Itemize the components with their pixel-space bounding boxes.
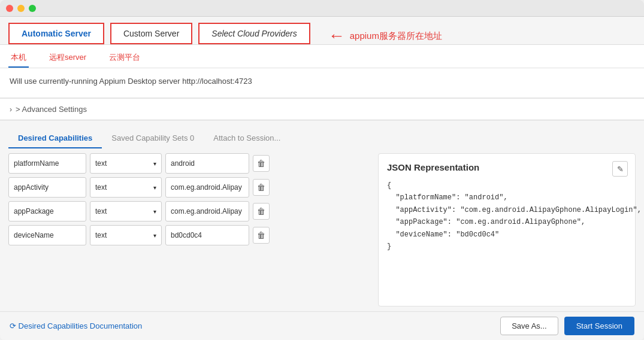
red-arrow-icon: ← <box>328 28 345 44</box>
custom-server-tab[interactable]: Custom Server <box>110 23 192 44</box>
delete-devicename-button[interactable]: 🗑 <box>253 227 270 244</box>
doc-link[interactable]: ⟳ Desired Capabilities Documentation <box>10 321 142 330</box>
json-content: { "platformName": "android", "appActivit… <box>387 180 627 253</box>
cap-key-platformname[interactable]: platformName <box>8 153 86 174</box>
bottom-buttons: Save As... Start Session <box>500 317 634 335</box>
maximize-button[interactable] <box>29 5 36 12</box>
advanced-settings-label: > Advanced Settings <box>16 105 87 114</box>
sub-tabs-container: 本机 远程server 云测平台 <box>0 45 644 68</box>
cap-key-appactivity[interactable]: appActivity <box>8 177 86 198</box>
bottom-bar: ⟳ Desired Capabilities Documentation Sav… <box>0 311 644 340</box>
app-window: Automatic Server Custom Server Select Cl… <box>0 0 644 340</box>
table-row: appPackage text ▾ com.eg.android.Alipay … <box>8 201 371 221</box>
cap-type-label: text <box>95 231 107 239</box>
chevron-right-icon: › <box>10 105 12 114</box>
cap-type-label: text <box>95 183 107 192</box>
server-tabs-container: Automatic Server Custom Server Select Cl… <box>0 17 644 45</box>
cap-type-devicename[interactable]: text ▾ <box>90 225 162 245</box>
json-representation-panel: JSON Representation ✎ { "platformName": … <box>378 153 636 306</box>
chevron-down-icon: ▾ <box>153 184 156 191</box>
advanced-settings-row[interactable]: › > Advanced Settings <box>0 98 644 120</box>
delete-appactivity-button[interactable]: 🗑 <box>253 179 270 196</box>
server-description: Will use currently-running Appium Deskto… <box>10 77 252 86</box>
cap-type-label: text <box>95 159 107 168</box>
arrow-hint: ← appium服务器所在地址 <box>328 23 442 44</box>
edit-json-button[interactable]: ✎ <box>612 161 628 177</box>
delete-platformname-button[interactable]: 🗑 <box>253 155 270 172</box>
table-row: platformName text ▾ android 🗑 <box>8 153 371 174</box>
cap-key-devicename[interactable]: deviceName <box>8 225 86 245</box>
close-button[interactable] <box>6 5 13 12</box>
cap-content: platformName text ▾ android 🗑 appActivit… <box>0 148 644 311</box>
cap-value-appactivity[interactable]: com.eg.android.Alipay <box>165 177 249 198</box>
cap-value-devicename[interactable]: bd0cd0c4 <box>165 225 249 245</box>
capabilities-section: Desired Capabilities Saved Capability Se… <box>0 124 644 311</box>
chevron-down-icon: ▾ <box>153 232 156 239</box>
cloud-tab[interactable]: 云测平台 <box>107 48 143 68</box>
server-content: Will use currently-running Appium Deskto… <box>0 68 644 98</box>
cap-tabs-container: Desired Capabilities Saved Capability Se… <box>0 124 644 148</box>
table-row: deviceName text ▾ bd0cd0c4 🗑 <box>8 225 371 245</box>
cap-type-label: text <box>95 207 107 215</box>
cap-key-apppackage[interactable]: appPackage <box>8 201 86 221</box>
delete-apppackage-button[interactable]: 🗑 <box>253 203 270 220</box>
remote-tab[interactable]: 远程server <box>47 48 89 68</box>
chevron-down-icon: ▾ <box>153 160 156 167</box>
capability-rows: platformName text ▾ android 🗑 appActivit… <box>8 153 371 306</box>
local-tab[interactable]: 本机 <box>8 48 29 68</box>
cap-type-apppackage[interactable]: text ▾ <box>90 201 162 221</box>
table-row: appActivity text ▾ com.eg.android.Alipay… <box>8 177 371 198</box>
json-title: JSON Representation <box>387 162 627 172</box>
automatic-server-tab[interactable]: Automatic Server <box>8 23 104 44</box>
cap-type-platformname[interactable]: text ▾ <box>90 153 162 174</box>
title-bar <box>0 0 644 17</box>
desired-capabilities-tab[interactable]: Desired Capabilities <box>8 129 102 148</box>
cap-value-apppackage[interactable]: com.eg.android.Alipay <box>165 201 249 221</box>
attach-to-session-tab[interactable]: Attach to Session... <box>204 129 290 148</box>
start-session-button[interactable]: Start Session <box>564 317 634 335</box>
save-as-button[interactable]: Save As... <box>500 317 558 335</box>
minimize-button[interactable] <box>17 5 25 12</box>
cap-value-platformname[interactable]: android <box>165 153 249 174</box>
chevron-down-icon: ▾ <box>153 208 156 215</box>
cloud-providers-tab[interactable]: Select Cloud Providers <box>198 23 310 44</box>
saved-capability-sets-tab[interactable]: Saved Capability Sets 0 <box>102 129 204 148</box>
cap-type-appactivity[interactable]: text ▾ <box>90 177 162 198</box>
hint-text: appium服务器所在地址 <box>350 31 442 42</box>
